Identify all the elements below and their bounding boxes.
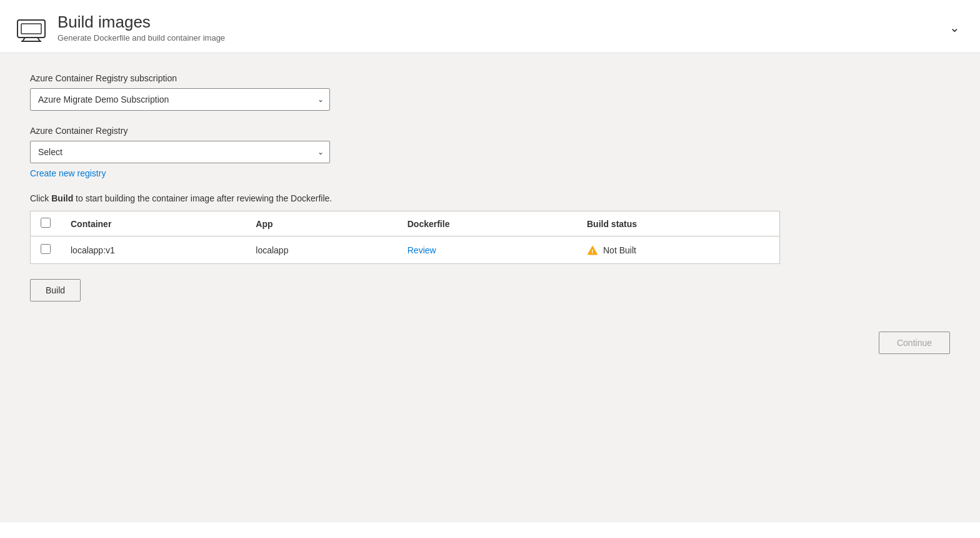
- header-text-group: Build images Generate Dockerfile and bui…: [58, 13, 944, 43]
- build-button-row: Build: [30, 279, 950, 302]
- svg-text:!: !: [591, 248, 593, 255]
- collapse-button[interactable]: ⌄: [944, 15, 965, 40]
- registry-select-wrapper: Select ⌄: [30, 141, 330, 163]
- build-images-icon: [15, 11, 48, 44]
- warning-icon: !: [587, 245, 598, 256]
- instruction-suffix: to start building the container image af…: [73, 193, 332, 203]
- page-header: Build images Generate Dockerfile and bui…: [0, 0, 980, 53]
- subscription-select-wrapper: Azure Migrate Demo Subscription ⌄: [30, 88, 330, 111]
- header-container: Container: [61, 211, 246, 236]
- table-header-row: Container App Dockerfile Build status: [31, 211, 780, 236]
- header-build-status: Build status: [577, 211, 780, 236]
- containers-table: Container App Dockerfile Build status lo…: [30, 211, 780, 264]
- svg-rect-1: [21, 24, 41, 34]
- registry-label: Azure Container Registry: [30, 126, 950, 136]
- registry-select[interactable]: Select: [30, 141, 330, 163]
- main-content: Azure Container Registry subscription Az…: [0, 53, 980, 522]
- header-app: App: [246, 211, 397, 236]
- review-link[interactable]: Review: [408, 245, 436, 255]
- continue-button-row: Continue: [30, 332, 950, 354]
- instruction-prefix: Click: [30, 193, 51, 203]
- header-dockerfile: Dockerfile: [398, 211, 577, 236]
- build-status-text: Not Built: [603, 245, 636, 255]
- header-checkbox-cell: [31, 211, 61, 236]
- subscription-select[interactable]: Azure Migrate Demo Subscription: [30, 88, 330, 111]
- build-button[interactable]: Build: [30, 279, 81, 302]
- subscription-label: Azure Container Registry subscription: [30, 73, 950, 83]
- app-name: localapp: [246, 236, 397, 264]
- page-subtitle: Generate Dockerfile and build container …: [58, 33, 944, 43]
- table-row: localapp:v1 localapp Review ! Not Built: [31, 236, 780, 264]
- page-title: Build images: [58, 13, 944, 32]
- build-status-content: ! Not Built: [587, 245, 769, 256]
- create-registry-link[interactable]: Create new registry: [30, 168, 950, 178]
- build-status-cell: ! Not Built: [577, 236, 780, 264]
- row-checkbox-cell: [31, 236, 61, 264]
- registry-section: Azure Container Registry Select ⌄ Create…: [30, 126, 950, 178]
- instruction-bold: Build: [51, 193, 73, 203]
- container-name: localapp:v1: [61, 236, 246, 264]
- dockerfile-cell: Review: [398, 236, 577, 264]
- instruction-text: Click Build to start building the contai…: [30, 193, 950, 203]
- continue-button[interactable]: Continue: [879, 332, 950, 354]
- subscription-section: Azure Container Registry subscription Az…: [30, 73, 950, 111]
- row-select-checkbox[interactable]: [41, 244, 51, 254]
- select-all-checkbox[interactable]: [41, 218, 51, 228]
